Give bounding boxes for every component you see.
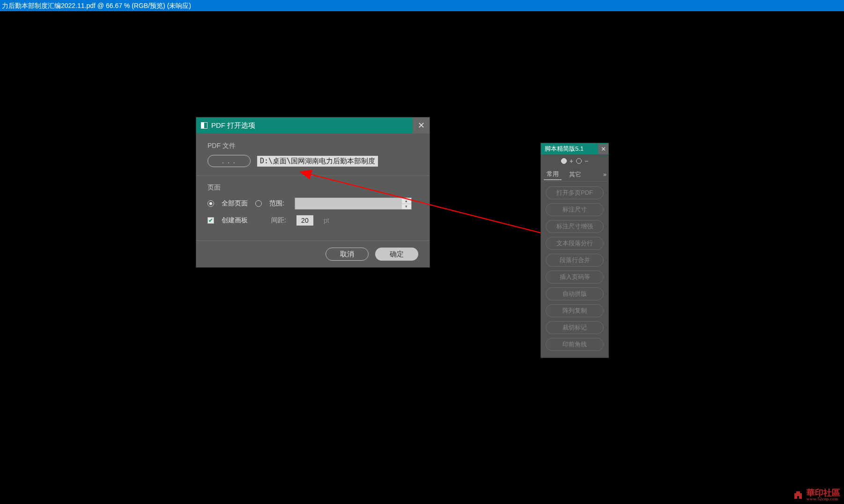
dialog-close-button[interactable]: ✕ bbox=[413, 117, 429, 133]
range-spinner[interactable]: ▴ ▾ bbox=[402, 198, 411, 209]
tab-common[interactable]: 常用 bbox=[544, 169, 562, 180]
page-range-input[interactable]: ▴ ▾ bbox=[295, 197, 412, 210]
script-panel-titlebar[interactable]: 脚本精简版5.1 ✕ bbox=[541, 143, 608, 154]
gap-unit: pt bbox=[324, 217, 329, 224]
script-panel: 脚本精简版5.1 ✕ + − 常用 其它 » 打开多页PDF 标注尺寸 标注尺寸… bbox=[540, 143, 609, 358]
script-panel-body: 打开多页PDF 标注尺寸 标注尺寸增强 文本段落分行 段落行合并 插入页码等 自… bbox=[541, 182, 608, 358]
radio-range-label: 范围: bbox=[269, 199, 284, 208]
gap-value-input[interactable]: 20 bbox=[296, 215, 313, 226]
script-panel-tabs: 常用 其它 » bbox=[541, 168, 608, 182]
watermark-text: 華印社區 bbox=[807, 489, 840, 497]
script-array-copy[interactable]: 阵列复制 bbox=[546, 304, 604, 317]
create-artboard-checkbox[interactable]: ✔ bbox=[207, 217, 214, 224]
script-mark-size-enhanced[interactable]: 标注尺寸增强 bbox=[546, 220, 604, 233]
script-paragraph-merge[interactable]: 段落行合并 bbox=[546, 254, 604, 267]
gap-label: 间距: bbox=[271, 216, 286, 225]
file-section-label: PDF 文件 bbox=[207, 142, 418, 150]
script-panel-toolbar: + − bbox=[541, 154, 608, 168]
divider bbox=[196, 175, 429, 176]
dot-filled-icon[interactable] bbox=[561, 158, 567, 164]
watermark-url: www.52cnp.com bbox=[807, 497, 840, 501]
dot-empty-icon[interactable] bbox=[576, 158, 582, 164]
dialog-titlebar[interactable]: PDF 打开选项 ✕ bbox=[196, 117, 429, 133]
dialog-title: PDF 打开选项 bbox=[211, 121, 255, 130]
plus-icon: + bbox=[570, 157, 573, 165]
radio-all-pages[interactable] bbox=[207, 200, 214, 207]
create-artboard-label: 创建画板 bbox=[222, 216, 248, 225]
script-mark-size[interactable]: 标注尺寸 bbox=[546, 203, 604, 216]
tab-more-icon[interactable]: » bbox=[603, 171, 606, 178]
spin-up-icon[interactable]: ▴ bbox=[402, 198, 411, 204]
script-panel-close-button[interactable]: ✕ bbox=[598, 144, 608, 154]
script-insert-page-number[interactable]: 插入页码等 bbox=[546, 270, 604, 284]
cancel-button[interactable]: 取消 bbox=[326, 248, 369, 261]
file-path-display: D:\桌面\国网湖南电力后勤本部制度 bbox=[257, 156, 378, 167]
radio-range[interactable] bbox=[255, 200, 262, 207]
script-panel-title: 脚本精简版5.1 bbox=[545, 145, 584, 153]
document-title: 力后勤本部制度汇编2022.11.pdf @ 66.67 % (RGB/预览) … bbox=[2, 2, 191, 9]
script-prepress-corner[interactable]: 印前角线 bbox=[546, 338, 604, 351]
tab-other[interactable]: 其它 bbox=[566, 169, 584, 180]
spin-down-icon[interactable]: ▾ bbox=[402, 204, 411, 210]
script-text-paragraph-split[interactable]: 文本段落分行 bbox=[546, 237, 604, 250]
pdf-open-options-dialog: PDF 打开选项 ✕ PDF 文件 . . . D:\桌面\国网湖南电力后勤本部… bbox=[196, 117, 430, 268]
watermark: 華印社區 www.52cnp.com bbox=[792, 489, 840, 501]
script-crop-marks[interactable]: 裁切标记 bbox=[546, 321, 604, 334]
page-section-label: 页面 bbox=[207, 183, 418, 192]
minus-icon: − bbox=[585, 157, 588, 165]
watermark-logo-icon bbox=[792, 489, 804, 501]
workspace: PDF 打开选项 ✕ PDF 文件 . . . D:\桌面\国网湖南电力后勤本部… bbox=[0, 11, 844, 504]
radio-all-pages-label: 全部页面 bbox=[222, 199, 248, 208]
script-auto-imposition[interactable]: 自动拼版 bbox=[546, 287, 604, 300]
script-open-multipage-pdf[interactable]: 打开多页PDF bbox=[546, 186, 604, 199]
app-titlebar: 力后勤本部制度汇编2022.11.pdf @ 66.67 % (RGB/预览) … bbox=[0, 0, 844, 11]
dialog-system-icon bbox=[201, 122, 207, 129]
ok-button[interactable]: 确定 bbox=[375, 248, 418, 261]
browse-button[interactable]: . . . bbox=[207, 155, 251, 167]
